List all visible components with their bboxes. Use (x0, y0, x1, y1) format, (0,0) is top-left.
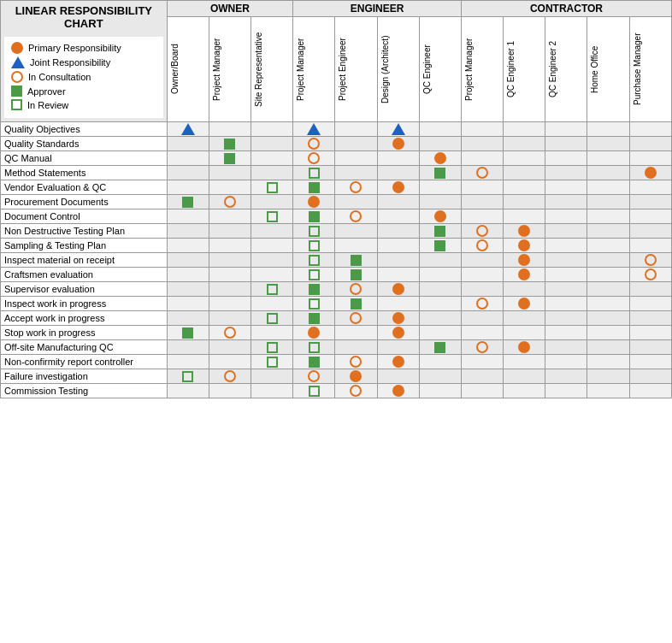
cell-project_manager_o (209, 311, 251, 326)
circle-fill-icon (518, 254, 530, 266)
cell-qc_engineer_2 (545, 355, 587, 369)
cell-project_engineer (335, 268, 377, 282)
square-fill-icon (434, 342, 445, 353)
cell-purchase_manager (629, 268, 671, 282)
cell-owner_board (167, 253, 209, 268)
cell-qc_engineer_1 (504, 326, 545, 340)
cell-owner_board (167, 166, 209, 180)
cell-project_manager_c (461, 151, 503, 166)
cell-project_manager_e (293, 253, 335, 268)
cell-owner_board (167, 122, 209, 137)
cell-project_manager_o (209, 151, 251, 166)
cell-qc_engineer_e (419, 209, 461, 224)
cell-project_manager_o (209, 384, 251, 398)
cell-qc_engineer_e (419, 326, 461, 340)
legend-approver: Approver (11, 86, 156, 97)
legend-primary: Primary Responsibility (11, 42, 156, 54)
cell-qc_engineer_2 (545, 166, 587, 180)
square-fill-icon (351, 255, 362, 266)
cell-qc_engineer_2 (545, 137, 587, 151)
cell-qc_engineer_1 (504, 209, 545, 224)
cell-project_engineer (335, 311, 377, 326)
square-fill-icon (434, 226, 445, 237)
cell-site_rep (251, 209, 293, 224)
cell-project_engineer (335, 253, 377, 268)
square-fill-icon (309, 313, 320, 324)
cell-project_manager_c (461, 282, 503, 297)
cell-qc_engineer_2 (545, 384, 587, 398)
approver-icon (11, 86, 22, 97)
cell-qc_engineer_e (419, 180, 461, 195)
cell-home_office (587, 340, 629, 355)
cell-design_architect (377, 311, 419, 326)
cell-qc_engineer_e (419, 268, 461, 282)
cell-design_architect (377, 195, 419, 209)
cell-project_manager_o (209, 166, 251, 180)
legend-review-label: In Review (27, 100, 68, 110)
cell-owner_board (167, 369, 209, 384)
row-label: Method Statements (1, 166, 168, 180)
triangle-icon (181, 123, 195, 135)
cell-home_office (587, 297, 629, 311)
cell-project_engineer (335, 122, 377, 137)
cell-qc_engineer_1 (504, 355, 545, 369)
circle-fill-icon (392, 181, 404, 193)
legend-consultation-label: In Consultation (28, 72, 91, 82)
cell-project_manager_c (461, 195, 503, 209)
cell-purchase_manager (629, 253, 671, 268)
square-fill-icon (434, 168, 445, 179)
square-empty-icon (309, 269, 320, 280)
cell-qc_engineer_e (419, 137, 461, 151)
cell-qc_engineer_2 (545, 282, 587, 297)
table-row: Sampling & Testing Plan (1, 239, 672, 253)
cell-home_office (587, 195, 629, 209)
cell-project_manager_o (209, 355, 251, 369)
cell-qc_engineer_e (419, 195, 461, 209)
cell-project_engineer (335, 326, 377, 340)
cell-project_engineer (335, 369, 377, 384)
cell-qc_engineer_e (419, 355, 461, 369)
table-row: Quality Objectives (1, 122, 672, 137)
row-label: Document Control (1, 209, 168, 224)
legend-joint: Joint Responsibility (11, 56, 156, 68)
cell-qc_engineer_e (419, 224, 461, 239)
cell-home_office (587, 239, 629, 253)
cell-home_office (587, 355, 629, 369)
col-project-manager-c: Project Manager (461, 16, 503, 121)
cell-qc_engineer_2 (545, 311, 587, 326)
cell-project_manager_c (461, 253, 503, 268)
table-row: QC Manual (1, 151, 672, 166)
cell-site_rep (251, 311, 293, 326)
cell-project_engineer (335, 282, 377, 297)
cell-qc_engineer_e (419, 151, 461, 166)
row-label: Vendor Evaluation & QC (1, 180, 168, 195)
circle-fill-icon (518, 239, 530, 251)
circle-fill-icon (645, 167, 657, 179)
cell-design_architect (377, 166, 419, 180)
cell-design_architect (377, 239, 419, 253)
circle-fill-icon (392, 356, 404, 368)
circle-empty-icon (350, 210, 362, 222)
cell-project_manager_e (293, 166, 335, 180)
square-empty-icon (267, 211, 278, 222)
table-row: Method Statements (1, 166, 672, 180)
col-project-manager-e: Project Manager (293, 16, 335, 121)
cell-project_manager_o (209, 297, 251, 311)
cell-owner_board (167, 340, 209, 355)
cell-site_rep (251, 180, 293, 195)
cell-design_architect (377, 355, 419, 369)
cell-design_architect (377, 326, 419, 340)
cell-project_manager_e (293, 122, 335, 137)
cell-project_manager_e (293, 340, 335, 355)
cell-design_architect (377, 340, 419, 355)
cell-owner_board (167, 195, 209, 209)
circle-fill-icon (392, 283, 404, 295)
table-row: Non Destructive Testing Plan (1, 224, 672, 239)
cell-site_rep (251, 122, 293, 137)
cell-qc_engineer_1 (504, 137, 545, 151)
cell-qc_engineer_2 (545, 224, 587, 239)
consultation-icon (11, 71, 23, 83)
cell-project_manager_o (209, 268, 251, 282)
circle-empty-icon (645, 254, 657, 266)
circle-fill-icon (392, 385, 404, 397)
